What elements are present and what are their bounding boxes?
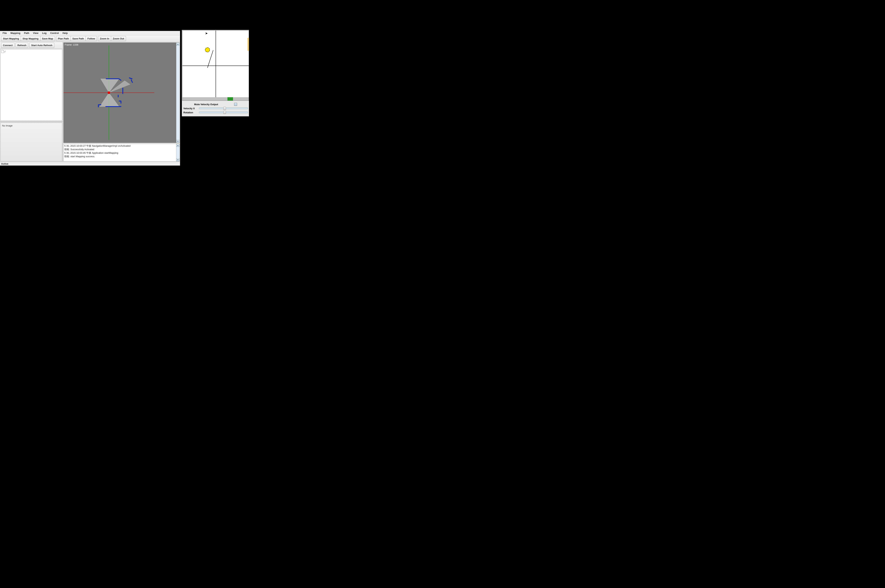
log-panel: 5 30, 2015 10:03:27 午後 NavigationManager… [63,144,180,162]
rotation-row: Rotation [183,110,248,114]
log-line: 5 30, 2015 10:03:27 午後 NavigationManager… [64,144,176,148]
rotation-label: Rotation [183,111,198,114]
joystick-green-marker [228,97,233,100]
left-column: Connect Refresh Start Auto Refresh / No … [0,42,63,162]
mute-velocity-label: Mute Velocity Output [194,103,218,106]
menu-file[interactable]: File [1,31,9,35]
log-line: 5 30, 2015 10:03:45 午後 Application start… [64,151,176,155]
frame-label: Frame: 1338 [64,44,78,46]
velocity-x-slider[interactable] [199,108,248,109]
background-gap [181,118,227,158]
scroll-down-icon[interactable]: ▼ [176,140,180,143]
image-panel: No Image [0,123,62,162]
horizontal-splitter[interactable] [0,121,63,122]
scroll-down-icon[interactable]: ▼ [176,158,180,161]
left-toolbar: Connect Refresh Start Auto Refresh [0,42,63,49]
map-inner[interactable]: Frame: 1338 [63,43,176,143]
log-text[interactable]: 5 30, 2015 10:03:27 午後 NavigationManager… [63,144,176,161]
follow-button[interactable]: Follow [86,36,97,41]
scroll-up-icon[interactable]: ▲ [176,144,180,147]
document-icon [1,50,4,53]
zoom-out-button[interactable]: Zoom Out [111,36,126,41]
menu-control[interactable]: Control [48,31,61,35]
log-scrollbar[interactable]: ▲ ▼ [176,144,180,161]
map-canvas[interactable] [63,43,154,143]
mute-row: Mute Velocity Output [183,102,248,106]
svg-line-12 [129,78,132,79]
svg-line-13 [131,80,132,82]
log-line: 情報: start Mapping success. [64,155,176,158]
mute-velocity-checkbox[interactable] [234,103,237,106]
window-edge-fragment [248,38,249,51]
refresh-button[interactable]: Refresh [15,43,28,48]
save-path-button[interactable]: Save Path [70,36,86,41]
right-column: Frame: 1338 [63,42,180,162]
status-bar: Active [0,162,180,166]
velocity-control-window[interactable]: ➤ Mute Velocity Output Velocity X Rotati… [182,30,249,117]
svg-line-4 [120,79,121,80]
menu-mapping[interactable]: Mapping [9,31,22,35]
slider-thumb[interactable] [224,107,226,110]
connect-button[interactable]: Connect [1,43,15,48]
content-row: Connect Refresh Start Auto Refresh / No … [0,42,180,162]
menu-bar: File Mapping Path View Log Control Help [0,31,180,35]
no-image-label: No Image [2,124,12,127]
velocity-x-label: Velocity X [183,107,198,110]
start-auto-refresh-button[interactable]: Start Auto Refresh [29,43,54,48]
svg-marker-1 [100,93,119,106]
menu-view[interactable]: View [31,31,40,35]
svg-marker-0 [100,79,119,93]
tree-root-label: / [4,50,5,53]
menu-log[interactable]: Log [40,31,48,35]
menu-path[interactable]: Path [22,31,31,35]
map-scrollbar[interactable]: ▲ ▼ [176,43,180,143]
joystick-vector-line [207,50,213,68]
log-line: 情報: Successfully Activated [64,148,176,151]
joystick-bottom-strip [183,97,249,100]
cursor-arrow-icon: ➤ [205,31,208,35]
slider-thumb[interactable] [224,111,226,114]
joystick-knob[interactable] [205,47,210,52]
rotation-slider[interactable] [199,112,248,113]
save-map-button[interactable]: Save Map [40,36,55,41]
main-toolbar: Start Mapping Stop Mapping Save Map Plan… [0,35,180,42]
joystick-area[interactable]: ➤ [182,30,249,101]
velocity-x-row: Velocity X [183,106,248,110]
robot-marker [108,92,110,94]
main-window: File Mapping Path View Log Control Help … [0,31,180,166]
tree-panel[interactable]: / [0,49,62,121]
stop-mapping-button[interactable]: Stop Mapping [21,36,40,41]
status-text: Active [1,162,8,165]
tree-root-item[interactable]: / [1,50,61,53]
velocity-controls: Mute Velocity Output Velocity X Rotation [182,101,249,116]
scroll-up-icon[interactable]: ▲ [176,43,180,45]
map-viewport[interactable]: Frame: 1338 [63,42,180,143]
plan-path-button[interactable]: Plan Path [56,36,71,41]
zoom-in-button[interactable]: Zoom In [98,36,111,41]
menu-help[interactable]: Help [61,31,69,35]
start-mapping-button[interactable]: Start Mapping [1,36,21,41]
